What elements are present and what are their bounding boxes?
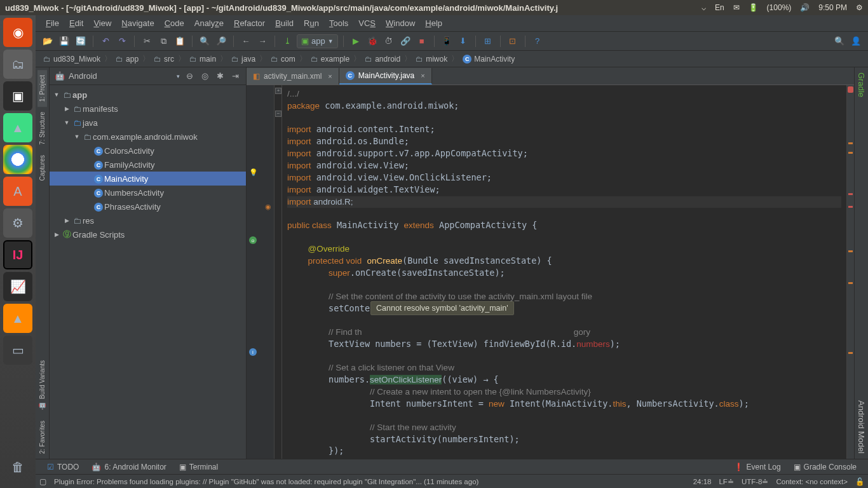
error-stripe[interactable] — [846, 85, 854, 459]
back-icon[interactable]: ← — [239, 34, 253, 48]
tool-gradle-console[interactable]: ▣Gradle Console — [787, 463, 863, 471]
tool-captures[interactable]: Captures — [37, 150, 47, 186]
breakpoint-icon[interactable]: ◉ — [265, 203, 271, 211]
tree-class-phrases[interactable]: CPhrasesActivity — [50, 200, 246, 214]
menu-vcs[interactable]: VCS — [355, 17, 379, 29]
launcher-desktop[interactable]: ▭ — [3, 336, 32, 365]
bc-item[interactable]: 🗀android — [362, 54, 403, 64]
launcher-files[interactable]: 🗂 — [3, 50, 32, 79]
menu-tools[interactable]: Tools — [325, 17, 352, 29]
bc-file[interactable]: CMainActivity — [460, 54, 517, 64]
error-indicator[interactable] — [848, 86, 853, 93]
close-icon[interactable]: × — [328, 72, 332, 80]
tool-android-model[interactable]: Android Model — [855, 395, 867, 459]
tab-xml[interactable]: ◧activity_main.xml× — [247, 68, 339, 85]
code-editor[interactable]: /.../ package com.example.android.miwok;… — [282, 85, 846, 459]
avd-icon[interactable]: 📱 — [440, 34, 454, 48]
help-icon[interactable]: ? — [531, 34, 545, 48]
profile-icon[interactable]: ⏱ — [382, 34, 396, 48]
cut-icon[interactable]: ✂ — [140, 34, 154, 48]
open-icon[interactable]: 📂 — [41, 34, 55, 48]
fold-bar[interactable]: + − — [275, 85, 282, 459]
hide-icon[interactable]: ⇥ — [229, 71, 241, 81]
stop-icon[interactable]: ■ — [415, 34, 429, 48]
forward-icon[interactable]: → — [255, 34, 269, 48]
wifi-icon[interactable]: ⌵ — [702, 3, 706, 12]
structure-icon[interactable]: ⊡ — [506, 34, 520, 48]
tool-terminal[interactable]: ▣Terminal — [173, 463, 224, 471]
menu-view[interactable]: View — [90, 17, 115, 29]
tree-class-family[interactable]: CFamilyActivity — [50, 158, 246, 172]
tool-project[interactable]: 1: Project — [37, 70, 47, 107]
settings-icon[interactable]: ✱ — [214, 71, 226, 81]
user-icon[interactable]: 👤 — [849, 34, 863, 48]
tree-manifests[interactable]: ▶🗀manifests — [50, 102, 246, 116]
run-config-selector[interactable]: ▣ app ▼ — [297, 34, 338, 48]
bc-item[interactable]: 🗀main — [187, 54, 219, 64]
bc-item[interactable]: 🗀src — [151, 54, 177, 64]
launcher-monitor[interactable]: 📈 — [3, 272, 32, 301]
menu-edit[interactable]: Edit — [65, 17, 87, 29]
battery-icon[interactable]: 🔋 — [749, 3, 758, 12]
menu-file[interactable]: File — [42, 17, 63, 29]
tool-window-icon[interactable]: ▢ — [39, 477, 46, 486]
undo-icon[interactable]: ↶ — [98, 34, 112, 48]
tool-structure[interactable]: 7: Structure — [37, 107, 47, 150]
launcher-ubuntu[interactable]: ◉ — [3, 18, 32, 47]
tree-package[interactable]: ▼🗀com.example.android.miwok — [50, 130, 246, 144]
bulb-icon[interactable]: 💡 — [249, 168, 258, 177]
impl-icon[interactable]: i — [249, 348, 257, 356]
cursor-position[interactable]: 24:18 — [693, 478, 712, 485]
tool-build-variants[interactable]: 🤖Build Variants — [37, 355, 47, 416]
editor-body[interactable]: 💡 ◉ o i + − /.../ package com.example.an… — [247, 85, 854, 459]
menu-code[interactable]: Code — [161, 17, 188, 29]
bc-item[interactable]: 🗀miwok — [413, 54, 450, 64]
fold-icon[interactable]: + — [275, 88, 281, 94]
project-mode[interactable]: Android — [69, 71, 173, 81]
launcher-terminal[interactable]: ▣ — [3, 81, 32, 111]
paste-icon[interactable]: 📋 — [173, 34, 187, 48]
debug-icon[interactable]: 🐞 — [365, 34, 379, 48]
launcher-trash[interactable]: 🗑 — [3, 452, 32, 482]
chevron-down-icon[interactable]: ▾ — [177, 73, 180, 79]
status-message[interactable]: Plugin Error: Problems found loading plu… — [54, 478, 686, 485]
collapse-icon[interactable]: ⊖ — [184, 71, 195, 81]
bc-item[interactable]: 🗀java — [229, 54, 258, 64]
tree-class-main[interactable]: CMainActivity — [50, 172, 246, 186]
lock-icon[interactable]: 🔓 — [855, 477, 864, 486]
launcher-android-studio[interactable]: ▲ — [3, 113, 32, 142]
attach-icon[interactable]: 🔗 — [398, 34, 412, 48]
menu-run[interactable]: Run — [300, 17, 323, 29]
search-everywhere-icon[interactable]: 🔍 — [832, 34, 846, 48]
menu-refactor[interactable]: Refactor — [230, 17, 269, 29]
context[interactable]: Context: <no context> — [776, 478, 848, 485]
sync-icon[interactable]: 🔄 — [74, 34, 88, 48]
lang-indicator[interactable]: En — [715, 3, 724, 12]
menu-window[interactable]: Window — [382, 17, 419, 29]
run-icon[interactable]: ▶ — [349, 34, 363, 48]
launcher-vlc[interactable]: ▲ — [3, 304, 32, 333]
tab-java[interactable]: CMainActivity.java× — [339, 68, 432, 85]
clock[interactable]: 9:50 PM — [818, 3, 847, 12]
launcher-settings[interactable]: ⚙ — [3, 208, 32, 238]
menu-navigate[interactable]: Navigate — [118, 17, 158, 29]
tool-gradle[interactable]: Gradle — [855, 67, 867, 102]
copy-icon[interactable]: ⧉ — [156, 34, 170, 48]
menu-analyze[interactable]: Analyze — [191, 17, 227, 29]
tree-class-numbers[interactable]: CNumbersActivity — [50, 186, 246, 200]
launcher-software[interactable]: A — [3, 177, 32, 206]
line-separator[interactable]: LF≐ — [719, 477, 733, 486]
tool-eventlog[interactable]: ❗Event Log — [728, 463, 787, 471]
target-icon[interactable]: ◎ — [199, 71, 210, 81]
menu-help[interactable]: Help — [421, 17, 446, 29]
replace-icon[interactable]: 🔎 — [214, 34, 228, 48]
tool-monitor[interactable]: 🤖6: Android Monitor — [85, 463, 172, 471]
encoding[interactable]: UTF-8≐ — [742, 477, 769, 486]
close-icon[interactable]: × — [421, 72, 424, 79]
volume-icon[interactable]: 🔊 — [800, 3, 810, 12]
menu-build[interactable]: Build — [271, 17, 297, 29]
tool-todo[interactable]: ☑TODO — [41, 463, 85, 471]
bc-item[interactable]: 🗀com — [268, 54, 298, 64]
launcher-intellij[interactable]: IJ — [3, 240, 32, 269]
fold-icon[interactable]: − — [275, 111, 281, 117]
